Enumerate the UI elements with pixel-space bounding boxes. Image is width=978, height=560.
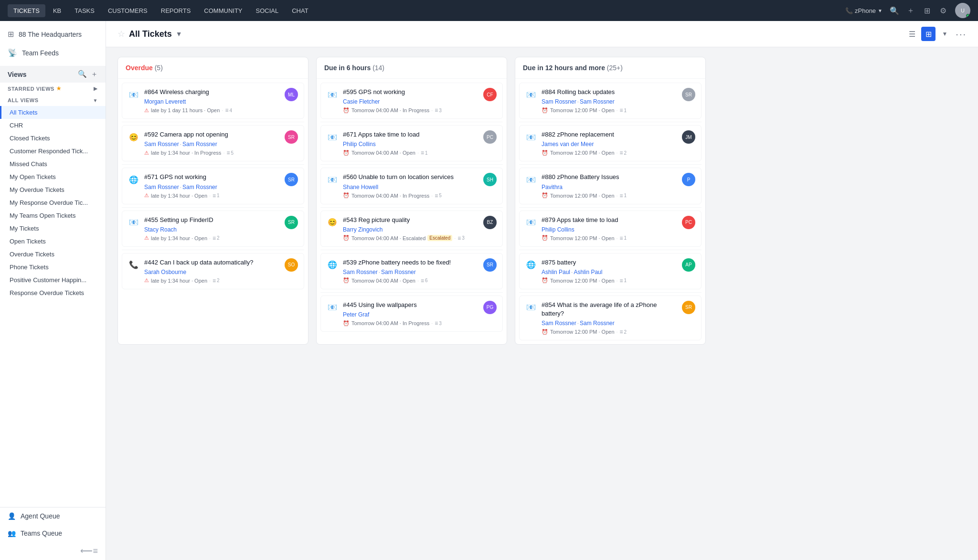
ticket-card[interactable]: 📧 #445 Using live wallpapers Peter Graf …: [320, 296, 503, 332]
assignee2[interactable]: Sam Rossner: [381, 269, 416, 275]
more-options-button[interactable]: ···: [956, 29, 967, 40]
search-views-icon[interactable]: 🔍: [78, 70, 87, 79]
assignee1[interactable]: Morgan Leverett: [144, 98, 186, 105]
ticket-avatar: SH: [483, 173, 497, 186]
sidebar-nav-item[interactable]: My Open Tickets: [0, 170, 106, 183]
assignee1[interactable]: Ashlin Paul: [542, 269, 570, 275]
assignee1[interactable]: Sam Rossner: [144, 141, 179, 148]
assignee2[interactable]: Sam Rossner: [182, 184, 217, 190]
sidebar-nav-item[interactable]: My Tickets: [0, 222, 106, 235]
title-dropdown-icon[interactable]: ▼: [176, 30, 182, 38]
ticket-time: late by 1:34 hour · Open: [151, 235, 207, 241]
search-icon[interactable]: 🔍: [890, 6, 899, 15]
nav-item-social[interactable]: SOCIAL: [250, 4, 285, 17]
ticket-card[interactable]: 📧 #560 Unable to turn on location servic…: [320, 168, 503, 204]
sidebar-nav-item[interactable]: Missed Chats: [0, 158, 106, 170]
assignee2[interactable]: Sam Rossner: [580, 320, 615, 327]
ticket-card[interactable]: 📧 #882 zPhone replacement James van der …: [519, 125, 702, 161]
column-cards-overdue: 📧 #864 Wireless charging Morgan Leverett…: [118, 79, 308, 293]
rss-icon: 📡: [8, 48, 17, 57]
sidebar-nav-item[interactable]: Positive Customer Happin...: [0, 274, 106, 286]
ticket-assignee: Philip Collins: [542, 226, 677, 233]
ticket-card[interactable]: 📧 #455 Setting up FinderID Stacy Roach ⚠…: [122, 211, 304, 247]
all-views-expand-icon[interactable]: ▼: [93, 98, 98, 103]
ticket-card[interactable]: 📞 #442 Can I back up data automatically?…: [122, 253, 304, 289]
sidebar-item-team-feeds[interactable]: 📡 Team Feeds: [0, 43, 106, 62]
ticket-title: #595 GPS not working: [343, 88, 478, 96]
sidebar-nav-item[interactable]: My Response Overdue Tic...: [0, 196, 106, 209]
ticket-card[interactable]: 📧 #595 GPS not working Casie Fletcher ⏰ …: [320, 83, 503, 119]
nav-item-kb[interactable]: KB: [47, 4, 67, 17]
nav-item-tickets[interactable]: TICKETS: [8, 4, 45, 17]
teams-queue-icon: 👥: [8, 529, 16, 537]
sidebar-item-headquarters[interactable]: ⊞ 88 The Headquarters: [0, 25, 106, 43]
kanban-view-button[interactable]: ⊞: [921, 27, 935, 41]
nav-item-customers[interactable]: CUSTOMERS: [102, 4, 153, 17]
zphone-button[interactable]: 📞 zPhone ▼: [845, 7, 882, 14]
nav-item-reports[interactable]: REPORTS: [155, 4, 197, 17]
sidebar-item-teams-queue[interactable]: 👥 Teams Queue: [0, 525, 106, 542]
assignee1[interactable]: Sam Rossner: [144, 184, 179, 190]
assignee2[interactable]: Sam Rossner: [580, 98, 615, 105]
ticket-card[interactable]: 🌐 #875 battery Ashlin Paul·Ashlin Paul ⏰…: [519, 253, 702, 289]
ticket-time: Tomorrow 04:00 AM · Open: [351, 150, 415, 156]
ticket-card[interactable]: 📧 #854 What is the average life of a zPh…: [519, 296, 702, 340]
ticket-card[interactable]: 📧 #880 zPhone Battery Issues Pavithra ⏰ …: [519, 168, 702, 204]
assignee1[interactable]: Sam Rossner: [343, 269, 378, 275]
avatar[interactable]: U: [955, 3, 970, 18]
view-dropdown-button[interactable]: ▼: [937, 27, 952, 41]
ticket-card[interactable]: 📧 #671 Apps take time to load Philip Col…: [320, 125, 503, 161]
assignee1[interactable]: Pavithra: [542, 184, 563, 190]
sidebar-nav-item[interactable]: Overdue Tickets: [0, 248, 106, 261]
starred-expand-icon[interactable]: ▶: [94, 86, 98, 91]
sidebar-nav-item[interactable]: Customer Responded Tick...: [0, 145, 106, 158]
assignee1[interactable]: Sam Rossner: [542, 98, 576, 105]
assignee1[interactable]: Sam Rossner: [542, 320, 576, 327]
msg-count: 3: [435, 320, 442, 327]
nav-item-community[interactable]: COMMUNITY: [198, 4, 248, 17]
add-view-icon[interactable]: ＋: [91, 70, 98, 79]
sidebar-nav-item[interactable]: My Teams Open Tickets: [0, 209, 106, 222]
sidebar-nav-item[interactable]: Phone Tickets: [0, 261, 106, 274]
sidebar-nav-item[interactable]: Open Tickets: [0, 235, 106, 248]
sidebar-nav-item[interactable]: My Overdue Tickets: [0, 183, 106, 196]
ticket-card[interactable]: 📧 #864 Wireless charging Morgan Leverett…: [122, 83, 304, 119]
ticket-title: #455 Setting up FinderID: [144, 216, 280, 224]
settings-icon[interactable]: ⚙: [939, 6, 947, 15]
assignee1[interactable]: Sarah Osbourne: [144, 269, 186, 275]
ticket-card[interactable]: 📧 #879 Apps take time to load Philip Col…: [519, 211, 702, 247]
sidebar-nav-item[interactable]: Closed Tickets: [0, 132, 106, 145]
assignee1[interactable]: Philip Collins: [343, 141, 376, 148]
assignee1[interactable]: Philip Collins: [542, 226, 574, 233]
list-view-button[interactable]: ☰: [905, 27, 919, 41]
add-icon[interactable]: ＋: [906, 6, 915, 15]
main-content: ☆ All Tickets ▼ ☰ ⊞ ▼ ··· Overdue (5) 📧 …: [106, 21, 978, 560]
kanban-board: Overdue (5) 📧 #864 Wireless charging Mor…: [106, 47, 978, 354]
ticket-card[interactable]: 😊 #543 Reg picture quality Barry Zingovi…: [320, 211, 503, 247]
assignee1[interactable]: Casie Fletcher: [343, 98, 380, 105]
sidebar-item-agent-queue[interactable]: 👤 Agent Queue: [0, 507, 106, 525]
nav-item-chat[interactable]: CHAT: [286, 4, 314, 17]
ticket-card[interactable]: 😊 #592 Camera app not opening Sam Rossne…: [122, 125, 304, 161]
assignee1[interactable]: Stacy Roach: [144, 226, 177, 233]
sidebar-nav-item[interactable]: CHR: [0, 119, 106, 132]
ticket-card[interactable]: 📧 #884 Rolling back updates Sam Rossner·…: [519, 83, 702, 119]
collapse-sidebar-button[interactable]: ⟵≡: [0, 542, 106, 560]
ticket-avatar: BZ: [483, 216, 497, 229]
ticket-card[interactable]: 🌐 #571 GPS not working Sam Rossner·Sam R…: [122, 168, 304, 204]
external-link-icon[interactable]: ⊞: [923, 6, 931, 15]
msg-count: 1: [421, 149, 428, 156]
assignee2[interactable]: Sam Rossner: [182, 141, 217, 148]
sidebar-nav-item[interactable]: All Tickets: [0, 106, 106, 119]
nav-item-tasks[interactable]: TASKS: [69, 4, 100, 17]
sidebar-nav-item[interactable]: Response Overdue Tickets: [0, 286, 106, 299]
assignee1[interactable]: Shane Howell: [343, 184, 378, 190]
ticket-card[interactable]: 🌐 #539 zPhone battery needs to be fixed!…: [320, 253, 503, 289]
assignee2[interactable]: Ashlin Paul: [574, 269, 602, 275]
assignee1[interactable]: James van der Meer: [542, 141, 594, 148]
favorite-icon[interactable]: ☆: [117, 29, 125, 39]
assignee1[interactable]: Peter Graf: [343, 311, 369, 318]
column-count: (25+): [607, 64, 623, 72]
assignee1[interactable]: Barry Zingovich: [343, 226, 383, 233]
ticket-meta: ⏰ Tomorrow 04:00 AM · Open · 6: [343, 277, 478, 284]
